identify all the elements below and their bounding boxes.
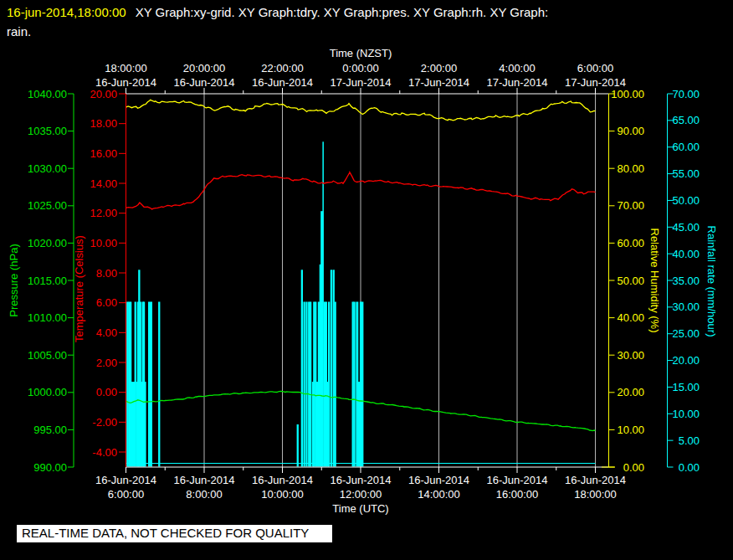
top-tick-time: 20:00:00 bbox=[183, 62, 226, 74]
bottom-tick-date: 16-Jun-2014 bbox=[252, 474, 313, 486]
bottom-tick-date: 16-Jun-2014 bbox=[95, 474, 156, 486]
rain-bar bbox=[328, 302, 330, 467]
temperature-tick-label: 20.00 bbox=[90, 88, 117, 100]
rain-bar bbox=[305, 302, 307, 467]
humidity-tick-label: 0.00 bbox=[623, 461, 644, 474]
rain-tick-label: 45.00 bbox=[672, 221, 700, 234]
pressure-tick-label: 1040.00 bbox=[28, 88, 67, 100]
temperature-tick-label: 6.00 bbox=[96, 296, 117, 309]
pressure-tick-label: 1010.00 bbox=[28, 311, 67, 324]
humidity-tick-label: 40.00 bbox=[617, 311, 644, 324]
pressure-tick-label: 1025.00 bbox=[28, 199, 67, 212]
pressure-tick-label: 1015.00 bbox=[28, 275, 67, 287]
rain-tick-label: 10.00 bbox=[672, 408, 700, 420]
bottom-tick-time: 16:00:00 bbox=[496, 488, 539, 501]
top-tick-time: 6:00:00 bbox=[577, 62, 613, 74]
bottom-tick-date: 16-Jun-2014 bbox=[174, 474, 235, 486]
temperature-tick-label: 8.00 bbox=[96, 267, 117, 280]
rain-axis-title: Rainfall rate (mm/hour) bbox=[705, 226, 718, 337]
temperature-tick-label: 16.00 bbox=[90, 147, 117, 160]
rain-bar bbox=[335, 302, 336, 467]
temperature-tick-label: 2.00 bbox=[96, 357, 117, 369]
humidity-tick-label: 100.00 bbox=[611, 88, 644, 100]
top-tick-date: 16-Jun-2014 bbox=[252, 76, 313, 89]
temperature-tick-label: 12.00 bbox=[90, 207, 117, 219]
bottom-tick-date: 16-Jun-2014 bbox=[487, 474, 548, 486]
rain-tick-label: 5.00 bbox=[679, 434, 700, 447]
rain-tick-label: 70.00 bbox=[672, 88, 700, 100]
bottom-tick-date: 16-Jun-2014 bbox=[408, 474, 469, 486]
bottom-tick-date: 16-Jun-2014 bbox=[331, 474, 392, 486]
top-tick-time: 22:00:00 bbox=[261, 62, 304, 74]
humidity-tick-label: 60.00 bbox=[617, 237, 644, 249]
bottom-tick-time: 12:00:00 bbox=[340, 488, 382, 501]
rain-tick-label: 50.00 bbox=[672, 194, 700, 207]
rain-tick-label: 30.00 bbox=[672, 301, 700, 313]
temperature-axis-title: Temperature (Celsius) bbox=[73, 235, 85, 342]
humidity-tick-label: 20.00 bbox=[617, 386, 644, 398]
bottom-tick-time: 6:00:00 bbox=[108, 488, 144, 501]
rain-bar bbox=[331, 270, 332, 466]
top-tick-date: 17-Jun-2014 bbox=[487, 76, 548, 89]
rain-bar bbox=[310, 302, 311, 467]
rain-tick-label: 0.00 bbox=[679, 461, 700, 474]
temperature-tick-label: 0.00 bbox=[96, 386, 117, 398]
temperature-tick-label: -4.00 bbox=[92, 446, 117, 459]
top-axis-title: Time (NZST) bbox=[330, 47, 392, 59]
pressure-tick-label: 1000.00 bbox=[28, 386, 67, 398]
rain-bar bbox=[322, 141, 324, 466]
top-tick-time: 4:00:00 bbox=[499, 62, 535, 74]
rain-bar bbox=[297, 424, 299, 467]
humidity-tick-label: 70.00 bbox=[617, 199, 644, 212]
app-window: 16-jun-2014,18:00:00XY Graph:xy-grid. XY… bbox=[0, 0, 733, 560]
rain-tick-label: 20.00 bbox=[672, 354, 700, 367]
temperature-tick-label: 18.00 bbox=[90, 117, 117, 130]
pressure-tick-label: 1005.00 bbox=[28, 349, 67, 362]
rain-bar bbox=[304, 302, 305, 467]
humidity-axis-title: Relative Humidity (%) bbox=[648, 229, 661, 333]
rain-tick-label: 40.00 bbox=[672, 248, 700, 260]
pressure-tick-label: 990.00 bbox=[33, 461, 67, 474]
rain-tick-label: 60.00 bbox=[672, 141, 700, 153]
rain-bar bbox=[148, 302, 152, 467]
top-tick-date: 17-Jun-2014 bbox=[331, 76, 392, 89]
rain-tick-label: 55.00 bbox=[672, 167, 700, 180]
temperature-tick-label: 14.00 bbox=[90, 177, 117, 190]
rain-tick-label: 15.00 bbox=[672, 381, 700, 393]
top-tick-date: 17-Jun-2014 bbox=[408, 76, 469, 89]
rain-bar bbox=[356, 302, 358, 467]
bottom-tick-time: 14:00:00 bbox=[418, 488, 460, 501]
pressure-tick-label: 1030.00 bbox=[28, 162, 67, 175]
chart-svg: Time (NZST)18:00:0016-Jun-201420:00:0016… bbox=[0, 0, 733, 560]
humidity-tick-label: 90.00 bbox=[617, 125, 644, 137]
rain-tick-label: 25.00 bbox=[672, 327, 700, 340]
pressure-tick-label: 995.00 bbox=[33, 424, 67, 436]
humidity-tick-label: 80.00 bbox=[617, 162, 644, 175]
bottom-tick-date: 16-Jun-2014 bbox=[565, 474, 626, 486]
rain-tick-label: 65.00 bbox=[672, 114, 700, 126]
bottom-tick-time: 8:00:00 bbox=[186, 488, 222, 501]
top-tick-date: 16-Jun-2014 bbox=[174, 76, 235, 89]
bottom-tick-time: 10:00:00 bbox=[261, 488, 304, 501]
pressure-axis-title: Pressure (hPa) bbox=[8, 244, 20, 316]
pressure-tick-label: 1035.00 bbox=[28, 125, 67, 137]
top-tick-time: 2:00:00 bbox=[421, 62, 457, 74]
rain-bar bbox=[361, 302, 363, 467]
temperature-tick-label: 10.00 bbox=[90, 237, 117, 249]
humidity-tick-label: 50.00 bbox=[617, 275, 644, 287]
rain-tick-label: 35.00 bbox=[672, 275, 700, 287]
quality-notice: REAL-TIME DATA, NOT CHECKED FOR QUALITY bbox=[17, 525, 332, 542]
humidity-tick-label: 30.00 bbox=[617, 349, 644, 362]
rain-bar bbox=[144, 382, 146, 466]
humidity-tick-label: 10.00 bbox=[617, 424, 644, 436]
bottom-axis-title: Time (UTC) bbox=[332, 502, 388, 515]
top-tick-time: 0:00:00 bbox=[342, 62, 378, 74]
pressure-tick-label: 1020.00 bbox=[28, 237, 67, 249]
top-tick-time: 18:00:00 bbox=[105, 62, 147, 74]
temperature-tick-label: 4.00 bbox=[96, 326, 117, 339]
rain-bar bbox=[353, 302, 355, 467]
bottom-tick-time: 18:00:00 bbox=[574, 488, 617, 501]
temperature-tick-label: -2.00 bbox=[92, 416, 117, 429]
rain-bar bbox=[301, 270, 303, 466]
rain-bar bbox=[158, 302, 160, 467]
